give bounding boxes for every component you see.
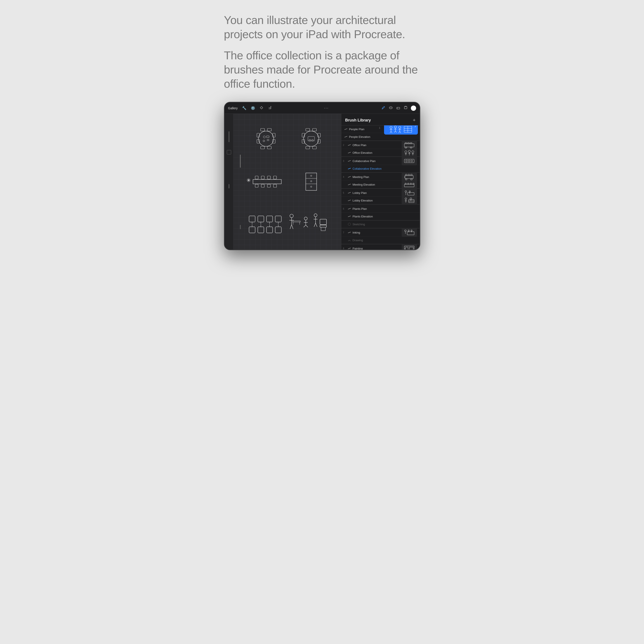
brush-stroke-icon-16 [347, 246, 351, 249]
svg-rect-147 [407, 232, 414, 235]
opacity-slider[interactable] [229, 131, 229, 142]
svg-line-64 [290, 225, 292, 229]
canvas-scrollbar-top [240, 155, 241, 168]
svg-point-69 [304, 217, 307, 220]
svg-rect-29 [253, 179, 281, 184]
cursor-icon[interactable]: ⚙️ [251, 106, 255, 110]
brush-name-lobby-plan: Lobby Plan [353, 191, 400, 195]
color-picker[interactable] [411, 106, 416, 111]
svg-rect-128 [405, 183, 406, 184]
canvas-drawings: ✳ [233, 114, 341, 249]
svg-rect-35 [261, 184, 264, 187]
svg-rect-153 [405, 247, 408, 249]
svg-point-13 [263, 136, 265, 138]
brush-name-meeting-elevation: Meeting Elevation [353, 183, 400, 186]
svg-rect-18 [306, 128, 310, 131]
svg-rect-66 [293, 221, 300, 222]
brush-item-inking[interactable]: 7 Inking [341, 229, 420, 236]
svg-line-89 [394, 131, 395, 133]
svg-text:✳: ✳ [246, 177, 251, 183]
eraser-tool[interactable] [396, 106, 400, 111]
brush-item-lobby-elevation[interactable]: Lobby Elevation [341, 197, 420, 204]
brush-panel-add-button[interactable]: + [413, 117, 416, 123]
svg-rect-36 [267, 184, 270, 187]
svg-rect-129 [408, 183, 409, 184]
brush-name-people-elevation: People Elevation [349, 135, 417, 138]
toolbar: Gallery 🔧 ⚙️ ··· [225, 102, 420, 114]
ipad-wrapper: Gallery 🔧 ⚙️ ··· [224, 102, 420, 250]
brush-stroke-icon-7 [347, 175, 351, 179]
selection-icon[interactable] [260, 106, 263, 111]
layers-tool[interactable] [403, 106, 408, 111]
brush-stroke-icon-3 [347, 143, 351, 147]
drawing-conference-table: ✳ [244, 161, 288, 202]
drawing-round-table-1 [244, 118, 288, 159]
svg-rect-10 [261, 146, 265, 149]
brush-item-office-elevation[interactable]: Office Elevation [341, 149, 420, 157]
svg-point-118 [411, 160, 413, 162]
brush-thumb-meeting-elevation [402, 180, 417, 189]
svg-rect-3 [404, 107, 407, 109]
brush-panel: Brush Library + People Plan 1 [341, 114, 420, 249]
svg-point-81 [390, 126, 392, 128]
svg-rect-22 [313, 146, 316, 149]
brush-panel-title: Brush Library [345, 118, 371, 123]
brush-item-sketching[interactable]: Sketching [341, 220, 420, 228]
svg-point-43 [311, 181, 312, 182]
more-options-button[interactable]: ··· [324, 106, 329, 110]
svg-line-75 [316, 223, 317, 227]
smudge-tool[interactable] [389, 106, 393, 111]
svg-rect-21 [318, 139, 320, 143]
brush-item-painting[interactable]: 8 Painting [341, 245, 420, 249]
brush-thumb-collab-plan [402, 157, 417, 165]
svg-point-148 [408, 230, 409, 231]
brush-stroke-icon-11 [347, 207, 351, 211]
svg-rect-130 [410, 183, 412, 184]
brush-name-office-plan: Office Plan [353, 143, 400, 147]
brush-item-drawing[interactable]: Drawing [341, 236, 420, 244]
svg-point-135 [409, 191, 410, 192]
headline-block: You can illustrate your architectural pr… [224, 13, 420, 91]
checkmark-icon: ✓ [414, 125, 417, 128]
svg-point-142 [410, 198, 412, 200]
wrench-icon[interactable]: 🔧 [242, 106, 246, 110]
svg-point-137 [405, 198, 407, 200]
svg-point-150 [411, 230, 412, 231]
svg-rect-11 [257, 139, 260, 143]
svg-rect-49 [266, 216, 273, 222]
gallery-button[interactable]: Gallery [228, 106, 238, 110]
svg-line-95 [400, 131, 401, 133]
sidebar-square-icon [227, 150, 231, 154]
group-number-5: 5 [343, 192, 344, 194]
svg-rect-45 [249, 216, 255, 222]
brush-item-people-plan[interactable]: People Plan 1 ✓ [341, 125, 420, 133]
svg-rect-32 [267, 176, 270, 179]
svg-point-144 [348, 223, 351, 225]
brush-name-collaborative-elevation: Collaborative Elevation [353, 167, 417, 170]
svg-rect-39 [306, 173, 317, 190]
brush-stroke-icon-13 [347, 222, 351, 226]
brush-thumb-meeting-plan [402, 173, 417, 181]
size-slider[interactable] [229, 184, 229, 188]
brush-item-people-elevation[interactable]: People Elevation [341, 133, 420, 141]
group-number-7: 7 [343, 231, 344, 234]
canvas-area[interactable]: ✳ [233, 114, 341, 249]
brush-item-meeting-elevation[interactable]: Meeting Elevation [341, 181, 420, 188]
brush-item-plants-plan[interactable]: 6 Plants Plan [341, 205, 420, 213]
pencil-tool[interactable] [381, 106, 386, 111]
brush-name-sketching: Sketching [353, 223, 417, 226]
svg-line-90 [395, 131, 396, 133]
brush-item-plants-elevation[interactable]: Plants Elevation [341, 213, 420, 220]
ipad-body: Gallery 🔧 ⚙️ ··· [224, 102, 420, 250]
brush-item-collaborative-elevation[interactable]: Collaborative Elevation [341, 165, 420, 173]
svg-rect-23 [306, 146, 310, 149]
svg-line-65 [292, 225, 293, 229]
svg-rect-6 [267, 128, 271, 131]
brush-item-lobby-plan[interactable]: 5 Lobby Plan [341, 189, 420, 197]
svg-point-17 [304, 131, 319, 146]
brush-item-collaborative-plan[interactable]: 3 Collaborative Plan [341, 157, 420, 165]
brush-stroke-icon-4 [347, 151, 351, 155]
brush-item-meeting-plan[interactable]: 4 Meeting Plan [341, 173, 420, 181]
brush-item-office-plan[interactable]: 2 Office Plan [341, 141, 420, 149]
transform-icon[interactable] [268, 106, 272, 111]
